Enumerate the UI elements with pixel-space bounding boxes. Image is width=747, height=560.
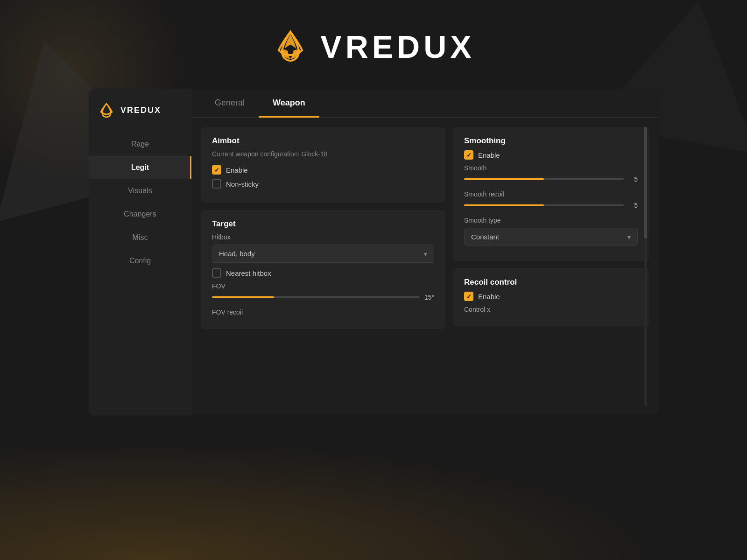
aimbot-enable-label: Enable [226,166,248,174]
sidebar-item-changers[interactable]: Changers [89,203,191,226]
tab-general[interactable]: General [201,89,259,117]
aimbot-enable-checkbox[interactable]: ✓ [212,165,221,175]
smooth-recoil-label: Smooth recoil [464,190,638,198]
target-card: Target Hitbox Head, body ▾ Nearest hitbo… [201,210,445,329]
smooth-type-label: Smooth type [464,217,638,224]
smoothing-card: Smoothing ✓ Enable Smooth 5 [453,127,649,261]
smooth-type-dropdown[interactable]: Constant ▾ [464,228,638,246]
smooth-slider-container: 5 [464,175,638,183]
fov-slider-fill [212,296,274,298]
smooth-slider-value: 5 [628,175,638,183]
header: VREDUX [0,0,747,89]
sidebar-brand: VREDUX [89,102,191,133]
smooth-recoil-slider-track[interactable] [464,204,624,206]
aimbot-weapon-config: Current weapon configuration: Glock-18 [212,150,434,158]
header-logo-icon [272,28,309,65]
sidebar-brand-name: VREDUX [120,105,161,115]
aimbot-card: Aimbot Current weapon configuration: Glo… [201,127,445,203]
smooth-type-arrow: ▾ [627,233,631,241]
aimbot-enable-checkmark: ✓ [214,167,219,173]
sidebar: VREDUX Rage Legit Visuals Changers Misc … [89,89,191,415]
aimbot-enable-row: ✓ Enable [212,165,434,175]
main-container: VREDUX Rage Legit Visuals Changers Misc … [89,89,658,415]
hitbox-dropdown[interactable]: Head, body ▾ [212,245,434,263]
recoil-card-title: Recoil control [464,278,638,287]
tab-bar: General Weapon [191,89,658,118]
sidebar-item-visuals[interactable]: Visuals [89,179,191,203]
recoil-card: Recoil control ✓ Enable Control x [453,268,649,326]
fov-slider-container: 15° [212,294,434,301]
fov-slider-value: 15° [424,294,434,301]
fov-slider-track[interactable] [212,296,420,298]
sidebar-nav: Rage Legit Visuals Changers Misc Config [89,133,191,273]
smooth-recoil-slider-container: 5 [464,202,638,209]
target-card-title: Target [212,219,434,229]
right-scrollbar[interactable] [644,127,647,406]
recoil-enable-row: ✓ Enable [464,292,638,301]
smooth-slider-track[interactable] [464,178,624,180]
smoothing-enable-checkbox[interactable]: ✓ [464,150,473,160]
smooth-label: Smooth [464,164,638,172]
fov-slider-section: FOV 15° [212,282,434,301]
smoothing-card-title: Smoothing [464,136,638,146]
nearest-hitbox-checkbox[interactable] [212,268,221,278]
right-panels: Smoothing ✓ Enable Smooth 5 [453,127,649,406]
fov-recoil-label: FOV recoil [212,308,434,316]
aimbot-nonsticky-row: Non-sticky [212,179,434,189]
panels-container: Aimbot Current weapon configuration: Glo… [191,118,658,415]
sidebar-item-rage[interactable]: Rage [89,133,191,156]
recoil-enable-checkbox[interactable]: ✓ [464,292,473,301]
scrollbar-thumb [644,127,647,238]
smooth-recoil-slider-value: 5 [628,202,638,209]
sidebar-item-config[interactable]: Config [89,249,191,273]
aimbot-card-title: Aimbot [212,136,434,146]
hitbox-label: Hitbox [212,233,434,241]
left-panels: Aimbot Current weapon configuration: Glo… [201,127,445,406]
control-x-label: Control x [464,306,638,313]
aimbot-nonsticky-label: Non-sticky [226,180,259,188]
smooth-recoil-slider-fill [464,204,544,206]
smooth-slider-fill [464,178,544,180]
recoil-enable-checkmark: ✓ [466,294,472,300]
aimbot-nonsticky-checkbox[interactable] [212,179,221,189]
smooth-recoil-slider-section: Smooth recoil 5 [464,190,638,209]
fov-label: FOV [212,282,434,290]
nearest-hitbox-row: Nearest hitbox [212,268,434,278]
recoil-enable-label: Enable [478,293,500,301]
tab-weapon[interactable]: Weapon [259,89,319,117]
smoothing-enable-checkmark: ✓ [466,152,472,158]
sidebar-item-misc[interactable]: Misc [89,226,191,249]
smoothing-enable-row: ✓ Enable [464,150,638,160]
sidebar-logo-icon [98,102,115,119]
hitbox-dropdown-value: Head, body [219,250,255,258]
hitbox-dropdown-arrow: ▾ [424,250,427,258]
smooth-type-value: Constant [471,233,499,241]
bg-bottom-glow [0,420,747,560]
smooth-slider-section: Smooth 5 [464,164,638,183]
nearest-hitbox-label: Nearest hitbox [226,269,271,277]
smoothing-enable-label: Enable [478,151,500,159]
content-area: General Weapon Aimbot Current weapon con… [191,89,658,415]
header-title: VREDUX [320,28,475,65]
sidebar-item-legit[interactable]: Legit [89,156,191,179]
